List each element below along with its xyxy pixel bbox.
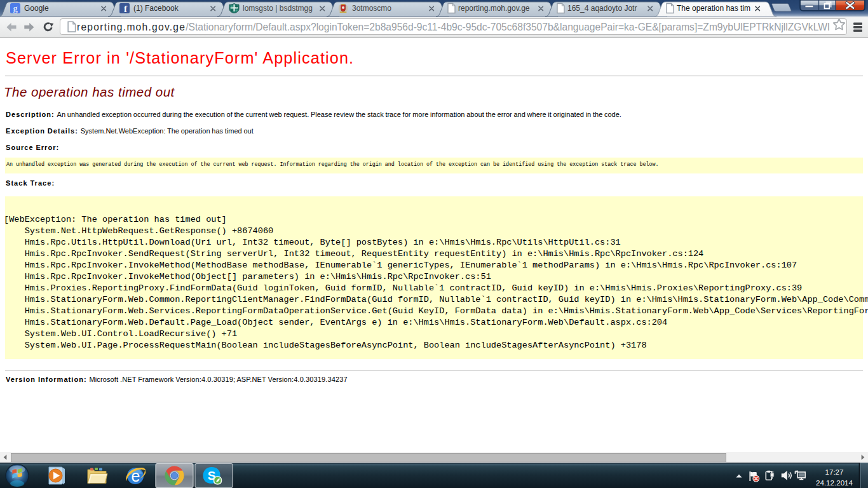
svg-text:lomsgsto | bsdstmgg: lomsgsto | bsdstmgg	[243, 4, 313, 13]
svg-text:(1) Facebook: (1) Facebook	[133, 4, 179, 13]
svg-text:g: g	[13, 3, 17, 13]
svg-text:3otmoscmo: 3otmoscmo	[352, 4, 391, 13]
svg-text:reporting.moh.gov.ge: reporting.moh.gov.ge	[458, 4, 530, 13]
svg-text:The operation has tim: The operation has tim	[677, 4, 750, 13]
svg-text:Google: Google	[24, 4, 49, 13]
svg-text:165_4 aqadoyto Jotr: 165_4 aqadoyto Jotr	[567, 4, 637, 13]
